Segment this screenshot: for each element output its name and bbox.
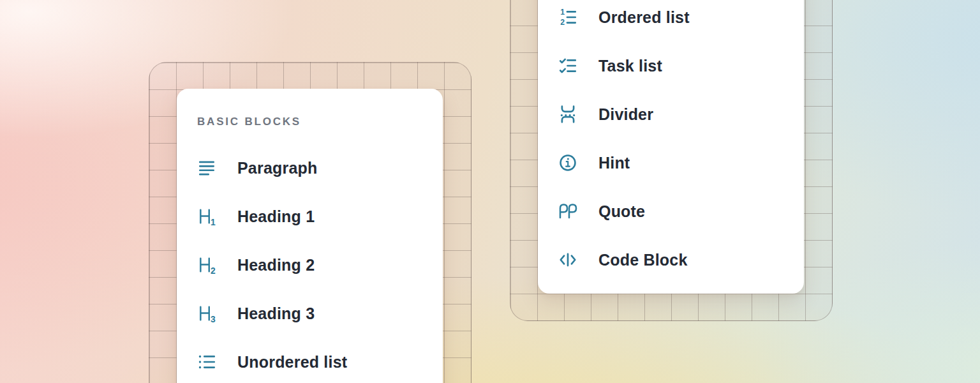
menu-item-divider[interactable]: Divider xyxy=(538,90,804,139)
ordered-list-icon: 12 xyxy=(558,8,577,27)
menu-item-heading-2[interactable]: 2Heading 2 xyxy=(177,241,443,289)
svg-text:1: 1 xyxy=(560,8,565,17)
menu-item-label: Heading 1 xyxy=(237,207,315,226)
menu-item-label: Heading 3 xyxy=(237,304,315,323)
menu-item-label: Hint xyxy=(598,154,630,172)
menu-item-label: Unordered list xyxy=(237,353,347,372)
menu-item-label: Quote xyxy=(598,202,645,221)
svg-text:3: 3 xyxy=(211,314,216,323)
menu-item-label: Paragraph xyxy=(237,159,317,177)
menu-item-task-list[interactable]: Task list xyxy=(538,41,804,90)
hint-icon xyxy=(558,153,577,172)
unordered-list-icon xyxy=(197,352,216,372)
menu-item-heading-3[interactable]: 3Heading 3 xyxy=(177,289,443,338)
editor-block-menus-illustration: BASIC BLOCKS Paragraph1Heading 12Heading… xyxy=(0,0,980,383)
divider-icon xyxy=(558,105,577,124)
svg-text:1: 1 xyxy=(211,217,216,226)
menu-item-label: Task list xyxy=(598,57,662,75)
menu-item-unordered-list[interactable]: Unordered list xyxy=(177,338,443,383)
code-block-icon xyxy=(558,250,577,269)
menu-items-more: 12Ordered listTask listDividerHintQuoteC… xyxy=(538,0,804,284)
menu-item-code-block[interactable]: Code Block xyxy=(538,236,804,284)
menu-items-basic: Paragraph1Heading 12Heading 23Heading 3U… xyxy=(177,144,443,383)
svg-text:2: 2 xyxy=(211,266,216,274)
quote-icon xyxy=(558,202,577,221)
insert-block-menu-more: 12Ordered listTask listDividerHintQuoteC… xyxy=(538,0,804,294)
heading-1-icon: 1 xyxy=(197,207,216,226)
svg-text:2: 2 xyxy=(560,18,565,27)
menu-item-hint[interactable]: Hint xyxy=(538,139,804,187)
menu-item-label: Heading 2 xyxy=(237,256,315,274)
section-title-basic-blocks: BASIC BLOCKS xyxy=(197,112,443,132)
menu-item-ordered-list[interactable]: 12Ordered list xyxy=(538,0,804,41)
paragraph-icon xyxy=(197,158,216,177)
menu-item-label: Code Block xyxy=(598,251,688,269)
insert-block-menu-basic: BASIC BLOCKS Paragraph1Heading 12Heading… xyxy=(177,89,443,383)
heading-2-icon: 2 xyxy=(197,255,216,274)
menu-item-heading-1[interactable]: 1Heading 1 xyxy=(177,192,443,241)
menu-item-label: Divider xyxy=(598,105,653,124)
menu-item-paragraph[interactable]: Paragraph xyxy=(177,144,443,192)
heading-3-icon: 3 xyxy=(197,304,216,323)
menu-item-quote[interactable]: Quote xyxy=(538,187,804,236)
menu-item-label: Ordered list xyxy=(598,8,690,27)
task-list-icon xyxy=(558,56,577,75)
